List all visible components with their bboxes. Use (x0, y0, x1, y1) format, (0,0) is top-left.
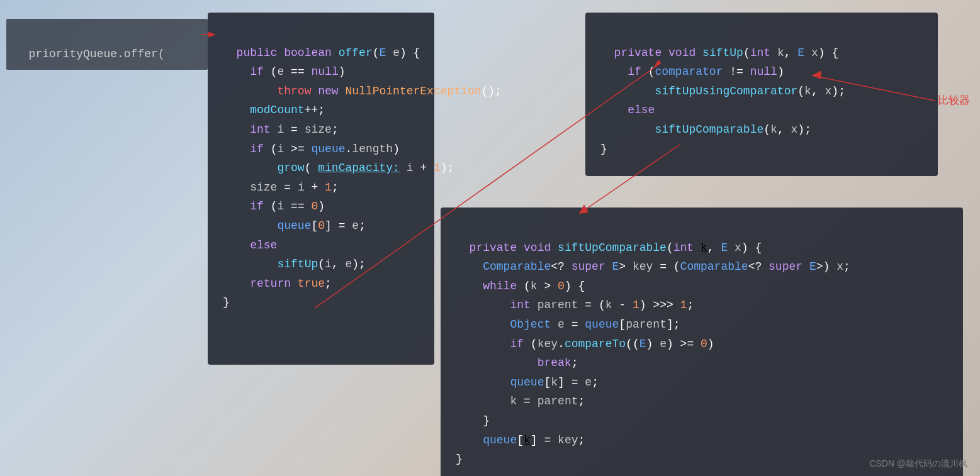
code-right-top: private void siftUp(int k, E x) { if (co… (600, 47, 845, 155)
panel-right-top: private void siftUp(int k, E x) { if (co… (585, 13, 938, 176)
panel-right-bottom: private void siftUpComparable(int k, E x… (441, 208, 963, 476)
inline-label-text: priorityQueue.offer( (29, 48, 165, 60)
inline-label: priorityQueue.offer( (6, 19, 208, 70)
annotation-comparator: 比较器 (938, 93, 970, 108)
watermark: CSDN @敲代码の流川枫 (869, 458, 967, 470)
code-right-bottom: private void siftUpComparable(int k, E x… (456, 241, 850, 466)
panel-left: public boolean offer(E e) { if (e == nul… (208, 13, 434, 365)
